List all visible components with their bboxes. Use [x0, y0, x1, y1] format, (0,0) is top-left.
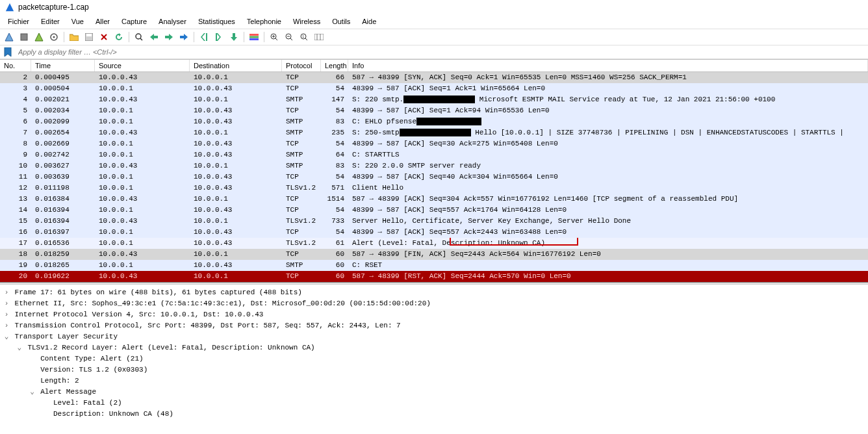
menu-statistiques[interactable]: Statistiques: [193, 16, 240, 27]
svg-line-17: [290, 38, 292, 40]
packet-row[interactable]: 100.00362710.0.0.4310.0.0.1SMTP83S: 220 …: [0, 160, 868, 172]
menu-aide[interactable]: Aide: [357, 16, 381, 27]
expand-icon[interactable]: ›: [3, 298, 10, 309]
go-first-icon[interactable]: [198, 31, 211, 44]
col-header-info[interactable]: Info: [348, 60, 868, 71]
menu-aller[interactable]: Aller: [90, 16, 115, 27]
close-file-icon[interactable]: [97, 31, 110, 44]
annotation-highlight: [450, 238, 578, 246]
detail-tree-line[interactable]: Level: Fatal (2): [3, 398, 865, 409]
packet-row[interactable]: 40.00202110.0.0.4310.0.0.1SMTP147S: 220 …: [0, 94, 868, 105]
packet-row[interactable]: 140.01639410.0.0.110.0.0.43TCP5448399 → …: [0, 205, 868, 216]
packet-row[interactable]: 160.01639710.0.0.110.0.0.43TCP5448399 → …: [0, 227, 868, 238]
stop-capture-icon[interactable]: [18, 31, 31, 44]
detail-tree-line[interactable]: ⌄ TLSv1.2 Record Layer: Alert (Level: Fa…: [3, 342, 865, 353]
open-file-icon[interactable]: [68, 31, 81, 44]
expand-icon[interactable]: ›: [3, 320, 10, 331]
colorize-icon[interactable]: [248, 31, 261, 44]
redacted-text: [400, 129, 471, 136]
detail-tree-line[interactable]: Length: 2: [3, 376, 865, 387]
collapse-icon[interactable]: ⌄: [3, 331, 10, 342]
go-last-icon[interactable]: [212, 31, 225, 44]
packet-list-pane: No. Time Source Destination Protocol Len…: [0, 59, 868, 283]
packet-row[interactable]: 60.00209910.0.0.110.0.0.43SMTP83C: EHLO …: [0, 116, 868, 127]
detail-tree-line[interactable]: Description: Unknown CA (48): [3, 409, 865, 420]
packet-row[interactable]: 110.00363910.0.0.110.0.0.43TCP5448399 → …: [0, 172, 868, 183]
detail-tree-line[interactable]: ⌄ Transport Layer Security: [3, 331, 865, 342]
svg-rect-9: [249, 34, 259, 36]
col-header-time[interactable]: Time: [31, 60, 95, 71]
display-filter-input[interactable]: [16, 47, 865, 57]
save-file-icon[interactable]: [83, 31, 96, 44]
svg-rect-11: [249, 38, 259, 40]
packet-row[interactable]: 50.00203410.0.0.110.0.0.43TCP5448399 → 5…: [0, 105, 868, 116]
tree-spacer: [29, 376, 36, 387]
col-header-source[interactable]: Source: [95, 60, 190, 71]
col-header-length[interactable]: Length: [321, 60, 348, 71]
detail-tree-line[interactable]: › Frame 17: 61 bytes on wire (488 bits),…: [3, 287, 865, 298]
detail-tree-line[interactable]: › Transmission Control Protocol, Src Por…: [3, 320, 865, 331]
reload-icon[interactable]: [112, 31, 125, 44]
collapse-icon[interactable]: ⌄: [29, 387, 36, 398]
detail-tree-line[interactable]: Content Type: Alert (21): [3, 353, 865, 364]
svg-line-20: [305, 38, 307, 40]
col-header-protocol[interactable]: Protocol: [282, 60, 321, 71]
zoom-reset-icon[interactable]: 1: [298, 31, 311, 44]
menu-capture[interactable]: Capture: [116, 16, 152, 27]
resize-columns-icon[interactable]: [313, 31, 326, 44]
zoom-out-icon[interactable]: [283, 31, 296, 44]
packet-list-header: No. Time Source Destination Protocol Len…: [0, 59, 868, 72]
detail-tree-line[interactable]: › Internet Protocol Version 4, Src: 10.0…: [3, 309, 865, 320]
packet-row[interactable]: 70.00265410.0.0.4310.0.0.1SMTP235S: 250-…: [0, 127, 868, 138]
packet-row[interactable]: 120.01119810.0.0.110.0.0.43TLSv1.2571Cli…: [0, 183, 868, 194]
tree-spacer: [41, 398, 49, 409]
packet-row[interactable]: 80.00266910.0.0.110.0.0.43TCP5448399 → 5…: [0, 138, 868, 149]
start-capture-icon[interactable]: [3, 31, 16, 44]
go-forward-icon[interactable]: [162, 31, 175, 44]
toolbar-separator: [244, 32, 244, 42]
detail-tree-line[interactable]: ⌄ Alert Message: [3, 387, 865, 398]
toolbar-separator: [64, 32, 64, 42]
tree-spacer: [41, 409, 49, 420]
collapse-icon[interactable]: ⌄: [16, 342, 23, 353]
menu-fichier[interactable]: Fichier: [3, 16, 34, 27]
menu-editer[interactable]: Editer: [36, 16, 65, 27]
menu-wireless[interactable]: Wireless: [288, 16, 326, 27]
packet-row[interactable]: 30.00050410.0.0.110.0.0.43TCP5448399 → 5…: [0, 83, 868, 94]
menu-analyser[interactable]: Analyser: [153, 16, 192, 27]
detail-tree-line[interactable]: Version: TLS 1.2 (0x0303): [3, 364, 865, 376]
menu-vue[interactable]: Vue: [66, 16, 89, 27]
packet-row[interactable]: 90.00274210.0.0.110.0.0.43SMTP64C: START…: [0, 149, 868, 160]
toolbar-separator: [194, 32, 194, 42]
packet-row[interactable]: 130.01638410.0.0.4310.0.0.1TCP1514587 → …: [0, 194, 868, 205]
menu-telephonie[interactable]: Telephonie: [242, 16, 287, 27]
packet-row[interactable]: 20.00049510.0.0.4310.0.0.1TCP66587 → 483…: [0, 72, 868, 83]
find-packet-icon[interactable]: [133, 31, 146, 44]
zoom-in-icon[interactable]: [268, 31, 281, 44]
filter-bookmark-icon[interactable]: [3, 47, 13, 57]
packet-row[interactable]: 190.01826510.0.0.110.0.0.43SMTP60C: RSET: [0, 260, 868, 271]
expand-icon[interactable]: ›: [3, 309, 10, 320]
go-back-icon[interactable]: [147, 31, 160, 44]
packet-list-body[interactable]: 20.00049510.0.0.4310.0.0.1TCP66587 → 483…: [0, 72, 868, 282]
packet-row[interactable]: 150.01639410.0.0.4310.0.0.1TLSv1.2733Ser…: [0, 216, 868, 227]
menu-bar: FichierEditerVueAllerCaptureAnalyserStat…: [0, 14, 868, 29]
svg-rect-22: [314, 34, 324, 40]
col-header-no[interactable]: No.: [0, 60, 31, 71]
jump-to-icon[interactable]: [177, 31, 190, 44]
svg-rect-0: [21, 34, 27, 40]
auto-scroll-icon[interactable]: [227, 31, 240, 44]
packet-row[interactable]: 180.01825910.0.0.4310.0.0.1TCP60587 → 48…: [0, 249, 868, 260]
detail-tree-line[interactable]: › Ethernet II, Src: Sophos_49:3c:e1 (7c:…: [3, 298, 865, 309]
redacted-text: [403, 96, 475, 103]
menu-outils[interactable]: Outils: [327, 16, 355, 27]
restart-capture-icon[interactable]: [32, 31, 45, 44]
capture-options-icon[interactable]: [47, 31, 60, 44]
svg-rect-7: [206, 33, 207, 41]
packet-row[interactable]: 200.01962210.0.0.4310.0.0.1TCP60587 → 48…: [0, 271, 868, 282]
packet-detail-pane[interactable]: › Frame 17: 61 bytes on wire (488 bits),…: [0, 285, 868, 434]
packet-row[interactable]: 170.01653610.0.0.110.0.0.43TLSv1.261Aler…: [0, 238, 868, 249]
tree-spacer: [29, 364, 36, 376]
expand-icon[interactable]: ›: [3, 287, 10, 298]
col-header-destination[interactable]: Destination: [190, 60, 282, 71]
